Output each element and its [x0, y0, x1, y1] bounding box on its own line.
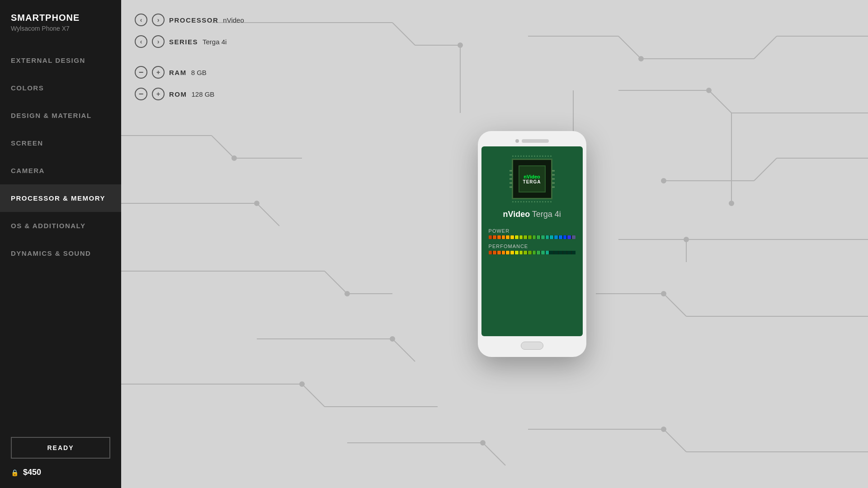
power-label: POWER — [489, 228, 576, 234]
ram-control: − + RAM 8 GB — [135, 66, 244, 79]
sidebar-item-dynamics-sound[interactable]: DYNAMICS & SOUND — [0, 239, 121, 267]
svg-point-39 — [390, 337, 395, 341]
proc-series-text: Terga 4i — [532, 210, 561, 219]
chip-brand-text: nVideo — [524, 174, 540, 179]
nav-menu: EXTERNAL DESIGNCOLORSDESIGN & MATERIALSC… — [0, 47, 121, 267]
performance-section: PERFOMANCE — [489, 244, 576, 254]
processor-label: PROCESSOR — [169, 16, 218, 24]
sidebar-item-external-design[interactable]: EXTERNAL DESIGN — [0, 47, 121, 74]
sidebar-item-os-additionaly[interactable]: OS & ADDITIONALY — [0, 212, 121, 239]
processor-prev-button[interactable]: ‹ — [135, 14, 147, 26]
sidebar-header: SMARTPHONE Wylsacom Phone X7 — [0, 0, 121, 47]
phone-top-bar — [481, 139, 583, 143]
power-bar — [489, 235, 576, 239]
performance-label: PERFOMANCE — [489, 244, 576, 249]
sidebar-item-processor-memory[interactable]: PROCESSOR & MEMORY — [0, 184, 121, 212]
processor-value: nVideo — [223, 16, 244, 24]
controls-panel: ‹ › PROCESSOR nVideo ‹ › SERIES Terga 4i… — [135, 14, 244, 109]
sidebar-footer: READY 🔒 $450 — [0, 426, 121, 488]
phone-bottom-bar — [481, 342, 583, 350]
processor-display-name: nVideo Terga 4i — [503, 210, 561, 219]
home-button[interactable] — [521, 342, 543, 350]
svg-point-14 — [707, 88, 711, 93]
processor-next-button[interactable]: › — [152, 14, 165, 26]
power-section: POWER — [489, 228, 576, 239]
app-title: SMARTPHONE — [11, 13, 110, 23]
sidebar-item-colors[interactable]: COLORS — [0, 74, 121, 102]
chip-pins-bottom — [512, 201, 552, 202]
phone-speaker — [522, 139, 549, 143]
phone-mockup: nVideo TERGA nVideo Terga 4 — [478, 131, 586, 357]
price-value: $450 — [23, 468, 41, 477]
rom-control: − + ROM 128 GB — [135, 88, 244, 100]
device-name: Wylsacom Phone X7 — [11, 25, 110, 32]
price-row: 🔒 $450 — [11, 468, 110, 477]
chip-body: nVideo TERGA — [512, 159, 552, 199]
series-label: SERIES — [169, 38, 198, 46]
sidebar-item-camera[interactable]: CAMERA — [0, 157, 121, 184]
sidebar-item-screen[interactable]: SCREEN — [0, 129, 121, 157]
svg-point-21 — [684, 237, 689, 242]
rom-label: ROM — [169, 90, 187, 98]
series-prev-button[interactable]: ‹ — [135, 35, 147, 48]
svg-point-54 — [729, 201, 734, 206]
power-bar-fill — [489, 235, 576, 239]
svg-point-18 — [661, 178, 666, 183]
svg-point-25 — [661, 291, 666, 296]
phone-screen: nVideo TERGA nVideo Terga 4 — [481, 146, 583, 336]
ram-increase-button[interactable]: + — [152, 66, 165, 79]
sidebar-item-design-material[interactable]: DESIGN & MATERIAL — [0, 102, 121, 129]
svg-point-46 — [481, 441, 485, 445]
processor-control: ‹ › PROCESSOR nVideo — [135, 14, 244, 26]
ready-button[interactable]: READY — [11, 437, 110, 459]
chip-pins-left — [509, 170, 512, 188]
svg-point-36 — [345, 291, 349, 296]
main-content: ‹ › PROCESSOR nVideo ‹ › SERIES Terga 4i… — [121, 0, 868, 488]
chip-model-text: TERGA — [523, 179, 541, 184]
ram-label: RAM — [169, 69, 187, 76]
price-icon: 🔒 — [11, 469, 19, 476]
front-camera — [515, 139, 519, 143]
series-next-button[interactable]: › — [152, 35, 165, 48]
svg-point-29 — [232, 156, 236, 160]
chip-pins-right — [552, 170, 555, 188]
ram-decrease-button[interactable]: − — [135, 66, 147, 79]
svg-point-50 — [661, 427, 666, 432]
rom-increase-button[interactable]: + — [152, 88, 165, 100]
svg-point-43 — [300, 382, 304, 386]
phone-body: nVideo TERGA nVideo Terga 4 — [478, 131, 586, 357]
chip-inner: nVideo TERGA — [519, 165, 546, 192]
svg-point-32 — [255, 201, 259, 206]
chip-pins-top — [512, 155, 552, 157]
chip-display: nVideo TERGA — [512, 155, 552, 202]
series-control: ‹ › SERIES Terga 4i — [135, 35, 244, 48]
proc-brand-text: nVideo — [503, 210, 530, 219]
ram-value: 8 GB — [191, 69, 207, 76]
series-value: Terga 4i — [203, 38, 226, 46]
rom-value: 128 GB — [192, 90, 215, 98]
performance-bar-fill — [489, 251, 576, 254]
sidebar: SMARTPHONE Wylsacom Phone X7 EXTERNAL DE… — [0, 0, 121, 488]
performance-bar — [489, 251, 576, 254]
rom-decrease-button[interactable]: − — [135, 88, 147, 100]
